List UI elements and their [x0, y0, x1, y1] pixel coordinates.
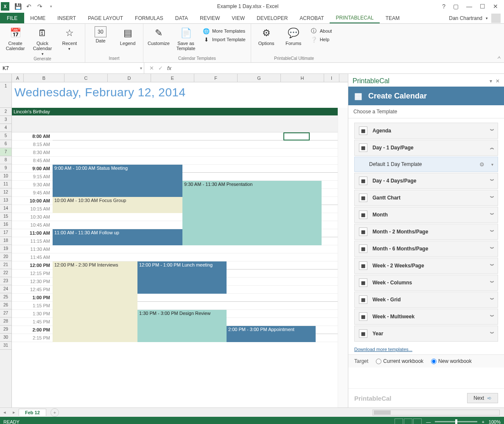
template-item[interactable]: ▦Week - Multiweek︾	[354, 309, 498, 325]
gear-icon[interactable]: ⚙	[479, 161, 484, 168]
menu-tab-insert[interactable]: INSERT	[51, 13, 82, 23]
menu-tab-page-layout[interactable]: PAGE LAYOUT	[82, 13, 129, 23]
row-header[interactable]: 31	[0, 342, 11, 350]
pane-close-icon[interactable]: ✕	[496, 78, 500, 84]
minimize-icon[interactable]: —	[464, 2, 475, 11]
zoom-in-icon[interactable]: +	[482, 419, 484, 424]
customize-button[interactable]: ✎ Customize	[147, 25, 171, 46]
normal-view-button[interactable]	[395, 418, 403, 424]
import-template-button[interactable]: ⬇Import Template	[201, 36, 247, 43]
menu-tab-printablecal[interactable]: PRINTABLECAL	[330, 13, 379, 23]
row-header[interactable]: 30	[0, 334, 11, 342]
options-button[interactable]: ⚙ Options	[255, 25, 278, 46]
redo-icon[interactable]: ↷	[35, 1, 45, 11]
row-header[interactable]: 13	[0, 197, 11, 205]
menu-tab-home[interactable]: HOME	[24, 13, 51, 23]
insert-legend-button[interactable]: ▤ Legend	[116, 25, 140, 46]
sheet-tab-active[interactable]: Feb 12	[19, 409, 46, 416]
add-sheet-button[interactable]: +	[50, 408, 59, 417]
menu-tab-formulas[interactable]: FORMULAS	[129, 13, 169, 23]
sheet-nav-prev-icon[interactable]: ◂	[0, 410, 9, 415]
template-item[interactable]: ▦Week - Columns︾	[354, 275, 498, 291]
row-header[interactable]: 23	[0, 277, 11, 285]
help-icon[interactable]: ?	[440, 2, 448, 11]
target-new-radio[interactable]: New workbook	[431, 358, 472, 364]
close-icon[interactable]: ✕	[490, 2, 501, 11]
row-header[interactable]: 28	[0, 317, 11, 326]
column-header[interactable]: G	[238, 74, 281, 82]
row-header[interactable]: 3	[0, 116, 11, 124]
row-header[interactable]: 26	[0, 301, 11, 309]
name-box[interactable]: ▾	[0, 63, 144, 73]
column-header[interactable]: I	[324, 74, 339, 82]
sheet-nav-next-icon[interactable]: ▸	[9, 410, 19, 415]
more-templates-button[interactable]: 🌐More Templates	[201, 27, 247, 35]
zoom-out-icon[interactable]: —	[426, 419, 431, 424]
zoom-slider[interactable]	[435, 421, 477, 422]
collapse-ribbon-icon[interactable]: ㅅ	[497, 54, 501, 61]
save-icon[interactable]: 💾	[13, 1, 23, 11]
row-header[interactable]: 6	[0, 140, 11, 148]
fx-icon[interactable]: fx	[167, 65, 171, 71]
row-header[interactable]: 2	[0, 108, 11, 116]
calendar-event[interactable]: 11:00 AM - 11:30 AM Follow up	[53, 229, 182, 245]
worksheet-canvas[interactable]: Wednesday, February 12, 2014 Lincoln's B…	[12, 82, 348, 407]
template-item[interactable]: ▦Month - 2 Months/Page︾	[354, 224, 498, 240]
menu-tab-review[interactable]: REVIEW	[194, 13, 226, 23]
file-tab[interactable]: FILE	[0, 13, 24, 23]
accept-formula-icon[interactable]: ✓	[158, 65, 163, 71]
row-header[interactable]: 14	[0, 205, 11, 213]
row-header[interactable]: 22	[0, 269, 11, 277]
about-button[interactable]: ⓘAbout	[309, 27, 334, 35]
template-item[interactable]: ▦Week - 2 Weeks/Page︾	[354, 258, 498, 274]
download-templates-link[interactable]: Download more templates...	[348, 344, 504, 354]
row-header[interactable]: 7	[0, 148, 11, 156]
row-header[interactable]: 9	[0, 164, 11, 172]
row-header[interactable]: 18	[0, 237, 11, 245]
template-item[interactable]: ▦Agenda︾	[354, 123, 498, 139]
row-header[interactable]: 21	[0, 261, 11, 269]
name-box-input[interactable]	[3, 65, 141, 71]
page-break-view-button[interactable]	[413, 418, 422, 424]
recent-button[interactable]: ☆ Recent▾	[58, 25, 81, 51]
calendar-event[interactable]: 2:00 PM - 3:00 PM Appointment	[227, 326, 316, 342]
row-header[interactable]: 16	[0, 221, 11, 229]
template-item[interactable]: ▦Gantt Chart︾	[354, 190, 498, 206]
row-header[interactable]: 8	[0, 156, 11, 164]
row-header[interactable]: 15	[0, 213, 11, 221]
template-item[interactable]: ▦Week - Grid︾	[354, 292, 498, 308]
row-header[interactable]: 11	[0, 180, 11, 188]
row-header[interactable]: 17	[0, 229, 11, 237]
pane-menu-icon[interactable]: ▾	[490, 78, 492, 84]
save-as-template-button[interactable]: 📄 Save as Template	[174, 25, 198, 51]
row-header[interactable]: 19	[0, 245, 11, 253]
select-all-corner[interactable]	[0, 74, 12, 82]
template-item[interactable]: ▦Year︾	[354, 326, 498, 342]
undo-icon[interactable]: ↶	[24, 1, 34, 11]
row-header[interactable]: 4	[0, 124, 11, 132]
column-header[interactable]: C	[64, 74, 108, 82]
horizontal-scrollbar[interactable]	[372, 410, 500, 416]
column-header[interactable]: E	[151, 74, 194, 82]
calendar-event[interactable]: 10:00 AM - 10:30 AM Focus Group	[53, 197, 182, 213]
template-item[interactable]: ▦Month︾	[354, 207, 498, 223]
help-button[interactable]: ❔Help	[309, 36, 334, 43]
template-item[interactable]: ▦Day - 1 Day/Page︽	[354, 140, 498, 156]
quick-calendar-button[interactable]: 🗓 Quick Calendar▾	[31, 25, 54, 56]
row-header[interactable]: 27	[0, 309, 11, 317]
target-current-radio[interactable]: Current workbook	[376, 358, 423, 364]
page-layout-view-button[interactable]	[404, 418, 412, 424]
row-header[interactable]: 5	[0, 132, 11, 140]
menu-tab-developer[interactable]: DEVELOPER	[251, 13, 294, 23]
forums-button[interactable]: 💬 Forums	[282, 25, 305, 46]
insert-date-button[interactable]: 30 Date	[89, 25, 112, 43]
column-header[interactable]: D	[108, 74, 151, 82]
cancel-formula-icon[interactable]: ✕	[149, 65, 154, 71]
row-header[interactable]: 1	[0, 82, 11, 108]
template-item[interactable]: ▦Month - 6 Months/Page︾	[354, 241, 498, 257]
row-header[interactable]: 10	[0, 172, 11, 180]
menu-tab-view[interactable]: VIEW	[226, 13, 251, 23]
qat-dropdown-icon[interactable]: ▾	[46, 1, 56, 11]
row-header[interactable]: 29	[0, 326, 11, 334]
calendar-event[interactable]: 1:30 PM - 3:00 PM Design Review	[137, 310, 227, 342]
